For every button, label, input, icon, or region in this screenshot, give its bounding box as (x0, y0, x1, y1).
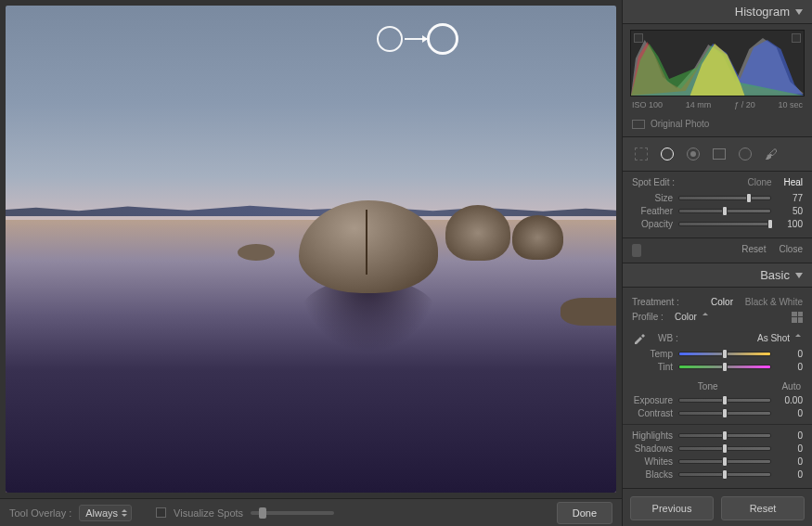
tool-overlay-dropdown[interactable]: Always (79, 505, 132, 521)
main-area: Tool Overlay : Always Visualize Spots Do… (0, 0, 622, 526)
size-slider[interactable] (678, 196, 771, 200)
tint-label: Tint (632, 362, 673, 372)
contrast-slider[interactable] (678, 411, 771, 416)
highlights-slider[interactable] (678, 433, 771, 438)
tone-label: Tone (698, 381, 718, 391)
feather-slider[interactable] (678, 209, 771, 213)
exif-iso: ISO 100 (632, 100, 663, 109)
original-photo-label: Original Photo (651, 119, 709, 129)
blacks-label: Blacks (632, 469, 673, 480)
done-button[interactable]: Done (557, 502, 612, 524)
visualize-spots-checkbox[interactable] (156, 507, 166, 518)
whites-label: Whites (632, 456, 673, 467)
opacity-value[interactable]: 100 (777, 219, 803, 229)
feather-slider-row: Feather 50 (632, 206, 803, 216)
exif-info: ISO 100 14 mm ƒ / 20 10 sec (623, 100, 812, 115)
tool-options-bar: Tool Overlay : Always Visualize Spots Do… (0, 498, 622, 526)
feather-label: Feather (632, 206, 673, 216)
exposure-value[interactable]: 0.00 (777, 395, 803, 405)
exif-shutter: 10 sec (778, 100, 803, 109)
whites-slider[interactable] (678, 459, 771, 464)
redeye-tool[interactable] (684, 145, 702, 163)
adjustment-brush-tool[interactable]: 🖌 (762, 145, 780, 163)
opacity-label: Opacity (632, 219, 673, 229)
histogram-title: Histogram (735, 5, 790, 19)
basic-header[interactable]: Basic (623, 263, 812, 288)
wb-dropdown[interactable]: As Shot (754, 332, 803, 344)
collapse-icon (795, 9, 803, 15)
histogram-display[interactable] (630, 30, 805, 96)
contrast-label: Contrast (632, 408, 673, 418)
crop-tool[interactable] (632, 145, 651, 163)
radial-filter-tool[interactable] (736, 145, 754, 163)
blacks-value[interactable]: 0 (777, 469, 803, 480)
whites-value[interactable]: 0 (777, 456, 803, 467)
highlight-clip-indicator[interactable] (792, 33, 801, 43)
temp-slider[interactable] (678, 352, 771, 356)
shadow-clip-indicator[interactable] (634, 33, 643, 43)
panel-toggle[interactable] (632, 244, 641, 257)
histogram-header[interactable]: Histogram (623, 0, 812, 24)
right-panel: Histogram ISO 100 14 mm ƒ / 20 10 sec Or… (622, 0, 812, 526)
shadows-slider[interactable] (678, 446, 771, 451)
size-value[interactable]: 77 (777, 193, 803, 203)
size-slider-row: Size 77 (632, 193, 803, 203)
reset-spot-button[interactable]: Reset (741, 244, 766, 257)
exposure-slider[interactable] (678, 398, 771, 403)
temp-value[interactable]: 0 (777, 349, 803, 359)
heal-target-circle[interactable] (427, 23, 458, 55)
opacity-slider[interactable] (678, 222, 771, 226)
profile-label: Profile : (632, 312, 664, 322)
basic-section: Treatment : Color Black & White Profile … (623, 288, 812, 488)
clone-mode[interactable]: Clone (748, 177, 772, 187)
previous-button[interactable]: Previous (630, 496, 714, 520)
close-spot-button[interactable]: Close (779, 244, 803, 257)
treatment-color[interactable]: Color (711, 297, 733, 307)
spot-edit-section: Spot Edit : Clone Heal Size 77 Feather 5… (623, 172, 812, 238)
heal-mode[interactable]: Heal (783, 177, 803, 187)
heal-source-circle[interactable] (377, 26, 403, 52)
wb-label: WB : (658, 333, 678, 343)
visualize-spots-label: Visualize Spots (174, 507, 243, 519)
blacks-slider[interactable] (678, 472, 771, 477)
visualize-threshold-slider[interactable] (251, 511, 334, 515)
highlights-value[interactable]: 0 (777, 430, 803, 441)
image-viewport[interactable] (6, 6, 616, 493)
tint-slider[interactable] (678, 365, 771, 369)
graduated-filter-tool[interactable] (710, 145, 728, 163)
temp-label: Temp (632, 349, 673, 359)
exif-focal: 14 mm (686, 100, 712, 109)
opacity-slider-row: Opacity 100 (632, 219, 803, 229)
shadows-value[interactable]: 0 (777, 443, 803, 454)
panel-footer: Previous Reset (623, 488, 812, 526)
spot-removal-tool[interactable] (658, 145, 677, 163)
eyedropper-icon[interactable] (632, 330, 647, 345)
exif-aperture: ƒ / 20 (734, 100, 755, 109)
tint-value[interactable]: 0 (777, 362, 803, 372)
original-photo-icon (632, 120, 645, 129)
highlights-label: Highlights (632, 430, 673, 441)
spot-edit-label: Spot Edit : (632, 177, 675, 187)
photo-rock (512, 215, 563, 260)
photo-rock (561, 298, 616, 326)
shadows-label: Shadows (632, 443, 673, 454)
treatment-label: Treatment : (632, 297, 679, 307)
auto-tone-button[interactable]: Auto (781, 381, 801, 391)
basic-title: Basic (760, 268, 790, 282)
size-label: Size (632, 193, 673, 203)
exposure-label: Exposure (632, 395, 673, 405)
heal-arrow-icon (405, 38, 427, 40)
photo-rock (445, 205, 510, 261)
contrast-value[interactable]: 0 (777, 408, 803, 418)
reset-button[interactable]: Reset (721, 496, 805, 520)
spot-edit-actions: Reset Close (623, 238, 812, 263)
profile-browser-icon[interactable] (792, 312, 803, 323)
tool-strip: 🖌 (623, 137, 812, 172)
original-photo-row[interactable]: Original Photo (623, 115, 812, 137)
collapse-icon (795, 273, 803, 278)
treatment-bw[interactable]: Black & White (745, 297, 803, 307)
tool-overlay-label: Tool Overlay : (9, 507, 71, 519)
feather-value[interactable]: 50 (777, 206, 803, 216)
profile-dropdown[interactable]: Color (671, 311, 710, 323)
